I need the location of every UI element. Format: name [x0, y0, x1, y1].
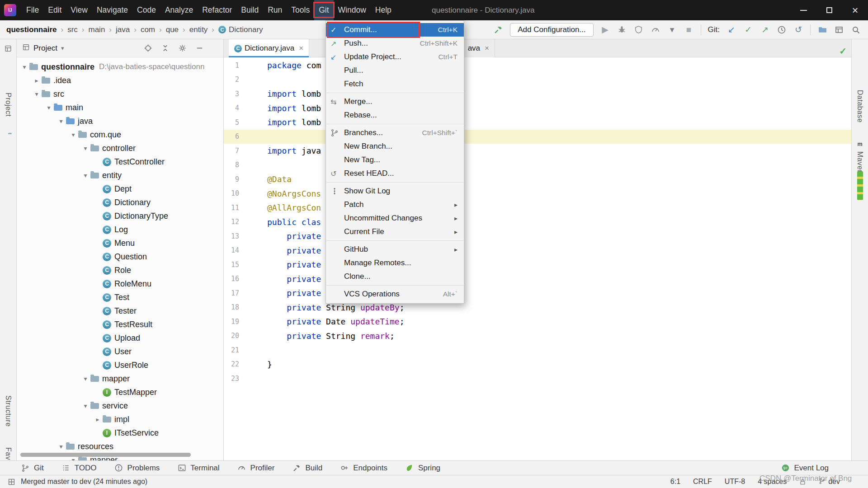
chevron-right-icon[interactable]: ▸ [32, 77, 42, 84]
tree-item-resources[interactable]: ▾resources [17, 440, 223, 453]
git-menu-item-fetch[interactable]: Fetch [326, 77, 464, 91]
tool-strip-maven[interactable]: Maven [856, 151, 864, 174]
tree-item-userrole[interactable]: CUserRole [17, 358, 223, 372]
code-line-7[interactable]: 7import java [224, 144, 851, 158]
layout-icon[interactable] [834, 25, 844, 34]
tree-item-rolemenu[interactable]: CRoleMenu [17, 277, 223, 291]
tree-item-src[interactable]: ▾src [17, 87, 223, 101]
code-line-2[interactable]: 2 [224, 73, 851, 87]
locate-icon[interactable] [143, 44, 153, 52]
chevron-down-icon[interactable]: ▾ [44, 104, 54, 111]
tool-button-git[interactable]: Git [20, 464, 44, 473]
menu-refactor[interactable]: Refactor [198, 0, 236, 20]
dropdown-arrow-icon[interactable]: ▾ [667, 25, 677, 34]
git-menu-item-new-branch[interactable]: New Branch... [326, 140, 464, 153]
breadcrumb-item-src[interactable]: src [67, 25, 78, 34]
tool-button-problems[interactable]: Problems [114, 464, 160, 473]
git-menu-item-merge[interactable]: ⇆Merge... [326, 95, 464, 108]
profiler-toolbar-icon[interactable] [651, 25, 660, 34]
git-menu-item-clone[interactable]: Clone... [326, 270, 464, 283]
tree-item-service[interactable]: ▾service [17, 399, 223, 413]
menu-analyze[interactable]: Analyze [160, 0, 198, 20]
git-menu-item-reset-head[interactable]: ↺Reset HEAD... [326, 167, 464, 180]
inspection-ok-icon[interactable]: ✓ [839, 46, 847, 56]
menu-view[interactable]: View [66, 0, 92, 20]
git-menu-item-update-project[interactable]: ↙Update Project...Ctrl+T [326, 50, 464, 64]
code-line-15[interactable]: 15 private [224, 258, 851, 272]
recent-files-icon[interactable] [817, 25, 827, 34]
collapse-all-icon[interactable] [160, 44, 170, 52]
code-line-3[interactable]: 3import lomb [224, 87, 851, 101]
event-log-button[interactable]: 9+Event Log [780, 464, 829, 473]
tree-item-idea[interactable]: ▸.idea [17, 74, 223, 87]
tree-item-impl[interactable]: ▸impl [17, 413, 223, 426]
menu-run[interactable]: Run [263, 0, 287, 20]
code-line-19[interactable]: 19 private Date updateTime; [224, 314, 851, 329]
code-line-4[interactable]: 4import lomb [224, 101, 851, 116]
build-project-icon[interactable] [493, 25, 503, 34]
tree-item-java[interactable]: ▾java [17, 114, 223, 128]
tree-item-role[interactable]: CRole [17, 263, 223, 277]
file-encoding[interactable]: UTF-8 [725, 478, 745, 486]
tree-item-questionnaire[interactable]: ▾questionnaireD:\java-baties-space\quest… [17, 60, 223, 74]
tree-item-controller[interactable]: ▾controller [17, 141, 223, 155]
tree-item-main[interactable]: ▾main [17, 101, 223, 114]
status-message[interactable]: Merged master to dev (24 minutes ago) [21, 478, 147, 486]
git-menu-item-show-git-log[interactable]: Show Git Log [326, 184, 464, 198]
run-icon[interactable]: ▶ [600, 25, 610, 34]
tree-item-menu[interactable]: CMenu [17, 236, 223, 250]
menu-help[interactable]: Help [371, 0, 396, 20]
menu-tools[interactable]: Tools [287, 0, 314, 20]
tree-item-log[interactable]: CLog [17, 223, 223, 236]
tool-strip-database[interactable]: Database [856, 90, 864, 123]
code-line-17[interactable]: 17 private [224, 286, 851, 300]
code-line-18[interactable]: 18 private String updateBy; [224, 300, 851, 315]
close-icon[interactable]: × [485, 44, 489, 53]
history-icon[interactable] [777, 25, 787, 34]
project-tool-icon[interactable] [5, 45, 12, 54]
code-line-20[interactable]: 20 private String remark; [224, 329, 851, 343]
tree-item-entity[interactable]: ▾entity [17, 169, 223, 182]
git-menu-item-uncommitted-changes[interactable]: Uncommitted Changes▸ [326, 211, 464, 225]
search-everywhere-icon[interactable] [851, 25, 861, 34]
breadcrumb-item-com[interactable]: com [141, 25, 155, 34]
tree-item-dictionarytype[interactable]: CDictionaryType [17, 209, 223, 223]
git-menu-item-github[interactable]: GitHub▸ [326, 243, 464, 256]
caret-position[interactable]: 6:1 [670, 478, 680, 486]
chevron-down-icon[interactable]: ▾ [80, 402, 90, 409]
code-line-5[interactable]: 5import lomb [224, 115, 851, 130]
git-menu-item-new-tag[interactable]: New Tag... [326, 153, 464, 167]
tree-item-itsetservice[interactable]: IITsetService [17, 426, 223, 440]
tree-item-upload[interactable]: CUpload [17, 331, 223, 345]
tool-button-profiler[interactable]: Profiler [237, 464, 275, 473]
code-line-13[interactable]: 13 private [224, 229, 851, 244]
git-menu-item-pull[interactable]: Pull... [326, 64, 464, 77]
chevron-down-icon[interactable]: ▾ [80, 145, 90, 152]
menu-git[interactable]: Git [314, 0, 333, 20]
code-line-6[interactable]: 6 [224, 130, 851, 144]
debug-icon[interactable] [617, 25, 627, 34]
git-menu-item-rebase[interactable]: Rebase... [326, 108, 464, 122]
menu-file[interactable]: File [22, 0, 43, 20]
chevron-down-icon[interactable]: ▾ [68, 456, 78, 460]
add-configuration-button[interactable]: Add Configuration... [510, 23, 593, 37]
breadcrumb-item-java[interactable]: java [116, 25, 130, 34]
breadcrumb-item-dictionary[interactable]: CDictionary [218, 25, 263, 34]
tree-item-testresult[interactable]: CTestResult [17, 318, 223, 331]
code-line-23[interactable]: 23 [224, 371, 851, 386]
tree-item-mapper[interactable]: ▾mapper [17, 372, 223, 385]
tool-button-spring[interactable]: Spring [405, 464, 440, 473]
tree-item-dept[interactable]: CDept [17, 182, 223, 196]
code-line-12[interactable]: 12public clas [224, 215, 851, 230]
project-panel-title[interactable]: Project [33, 44, 57, 53]
push-icon[interactable]: ↗ [760, 25, 770, 34]
tree-item-tester[interactable]: CTester [17, 304, 223, 318]
tree-item-user[interactable]: CUser [17, 345, 223, 358]
code-line-21[interactable]: 21 [224, 343, 851, 357]
tool-button-todo[interactable]: TODO [61, 464, 97, 473]
breadcrumb-item-questionnaire[interactable]: questionnaire [6, 25, 57, 34]
chevron-down-icon[interactable]: ▾ [68, 131, 78, 138]
breadcrumb-item-entity[interactable]: entity [189, 25, 208, 34]
code-line-16[interactable]: 16 private [224, 272, 851, 286]
menu-navigate[interactable]: Navigate [92, 0, 132, 20]
